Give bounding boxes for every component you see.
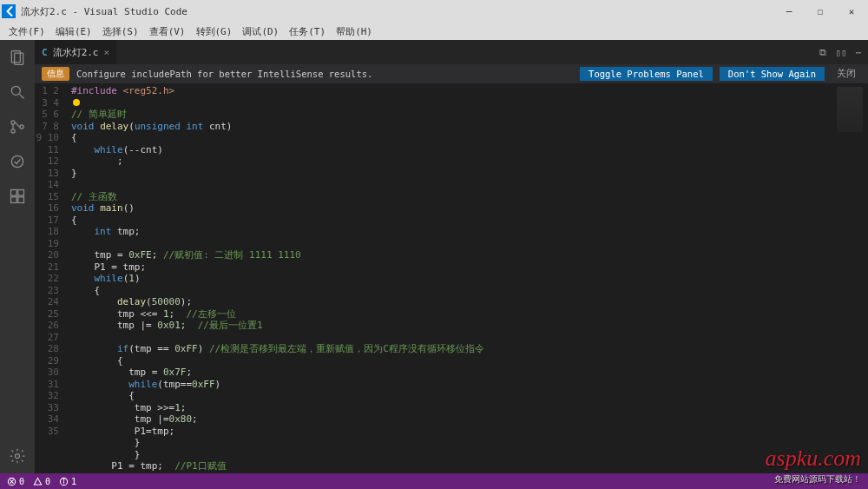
status-warnings[interactable]: 0: [33, 477, 50, 486]
more-actions-icon[interactable]: ⋯: [855, 47, 861, 58]
menu-debug[interactable]: 调试(D): [237, 23, 284, 40]
menubar: 文件(F) 编辑(E) 选择(S) 查看(V) 转到(G) 调试(D) 任务(T…: [0, 23, 868, 40]
menu-tasks[interactable]: 任务(T): [284, 23, 331, 40]
status-bar: 0 0 1: [0, 473, 868, 489]
scm-icon[interactable]: [7, 116, 28, 137]
svg-point-4: [11, 121, 15, 124]
svg-rect-9: [18, 190, 24, 196]
svg-point-12: [16, 454, 20, 459]
code-editor[interactable]: 1 2 3 4 5 6 7 8 9 10 11 12 13 14 15 16 1…: [35, 83, 868, 473]
window-title: 流水灯2.c - Visual Studio Code: [21, 5, 187, 18]
split-editor-icon[interactable]: ▯▯: [835, 47, 846, 58]
menu-edit[interactable]: 编辑(E): [50, 23, 97, 40]
menu-view[interactable]: 查看(V): [144, 23, 191, 40]
status-errors[interactable]: 0: [7, 477, 24, 486]
debug-icon[interactable]: [7, 151, 28, 172]
minimap-viewport[interactable]: [837, 87, 863, 132]
toggle-problems-button[interactable]: Toggle Problems Panel: [580, 67, 713, 81]
svg-point-6: [20, 125, 23, 129]
close-button[interactable]: ✕: [837, 3, 866, 20]
tab-close-icon[interactable]: ×: [104, 47, 110, 58]
svg-point-5: [11, 129, 15, 133]
c-file-icon: C: [42, 47, 48, 58]
maximize-button[interactable]: ☐: [806, 3, 835, 20]
file-tab[interactable]: C 流水灯2.c ×: [35, 40, 116, 64]
notification-badge: 信息: [42, 67, 69, 81]
minimize-button[interactable]: ─: [774, 3, 804, 20]
vscode-icon: [2, 4, 16, 18]
window-titlebar: 流水灯2.c - Visual Studio Code ─ ☐ ✕: [0, 0, 868, 23]
settings-icon[interactable]: [7, 446, 28, 466]
dont-show-again-button[interactable]: Don't Show Again: [720, 67, 825, 81]
code-content[interactable]: #include <reg52.h>// 简单延时void delay(unsi…: [71, 83, 829, 473]
svg-point-7: [11, 155, 23, 167]
activity-bar: [0, 40, 35, 473]
search-icon[interactable]: [7, 82, 28, 102]
tab-label: 流水灯2.c: [53, 46, 99, 59]
svg-rect-10: [11, 197, 17, 203]
extensions-icon[interactable]: [7, 186, 28, 207]
notification-close[interactable]: 关闭: [832, 68, 861, 80]
minimap[interactable]: [829, 83, 868, 473]
svg-line-3: [20, 95, 24, 99]
svg-point-18: [63, 479, 64, 480]
menu-help[interactable]: 帮助(H): [331, 23, 378, 40]
line-gutter: 1 2 3 4 5 6 7 8 9 10 11 12 13 14 15 16 1…: [35, 83, 71, 473]
tab-bar: C 流水灯2.c × ⧉ ▯▯ ⋯: [35, 40, 868, 64]
svg-rect-11: [18, 197, 24, 203]
intellisense-notification: 信息 Configure includePath for better Inte…: [35, 64, 868, 83]
menu-go[interactable]: 转到(G): [191, 23, 238, 40]
menu-selection[interactable]: 选择(S): [97, 23, 144, 40]
compare-icon[interactable]: ⧉: [819, 47, 826, 58]
status-info[interactable]: 1: [59, 477, 76, 486]
notification-text: Configure includePath for better Intelli…: [76, 69, 573, 79]
menu-file[interactable]: 文件(F): [3, 23, 50, 40]
svg-point-2: [11, 86, 20, 95]
svg-rect-8: [11, 190, 17, 196]
explorer-icon[interactable]: [7, 47, 28, 68]
